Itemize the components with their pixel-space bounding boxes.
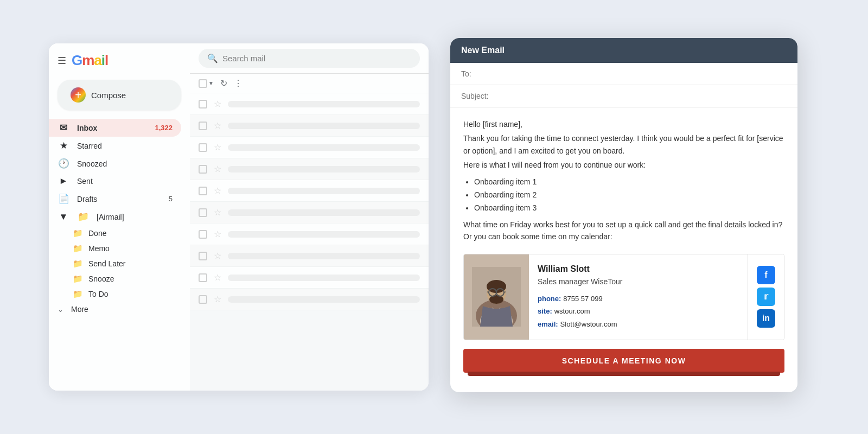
table-row[interactable]: ☆ bbox=[190, 115, 429, 137]
star-icon[interactable]: ☆ bbox=[214, 207, 221, 218]
more-options-icon[interactable]: ⋮ bbox=[234, 78, 242, 88]
email-preview bbox=[228, 123, 420, 129]
star-icon[interactable]: ☆ bbox=[214, 164, 221, 174]
refresh-icon[interactable]: ↻ bbox=[220, 78, 227, 88]
phone-label: phone: bbox=[538, 293, 561, 305]
gmail-header: ☰ Gmail bbox=[49, 52, 190, 80]
body-line2: Here is what I will need from you to con… bbox=[463, 159, 784, 171]
snoozed-label: Snoozed bbox=[77, 159, 107, 168]
more-chevron-icon: ⌄ bbox=[58, 305, 63, 314]
compose-button[interactable]: + Compose bbox=[58, 80, 181, 110]
svg-line-10 bbox=[504, 292, 506, 292]
sendlater-folder-icon: 📁 bbox=[73, 259, 83, 269]
email-preview bbox=[228, 144, 420, 151]
linkedin-button[interactable]: in bbox=[757, 309, 775, 328]
hamburger-icon[interactable]: ☰ bbox=[58, 55, 66, 67]
site-label: site: bbox=[538, 306, 552, 317]
email-preview bbox=[228, 296, 420, 303]
row-checkbox[interactable] bbox=[199, 252, 207, 260]
inbox-icon: ✉ bbox=[58, 122, 69, 133]
sig-phone: phone: 8755 57 099 bbox=[538, 293, 739, 305]
list-item: Onboarding item 1 bbox=[474, 176, 784, 188]
table-row[interactable]: ☆ bbox=[190, 289, 429, 310]
star-icon[interactable]: ☆ bbox=[214, 99, 221, 109]
star-icon[interactable]: ☆ bbox=[214, 272, 221, 283]
gmail-main: 🔍 ▼ ↻ ⋮ ☆ ☆ ☆ ☆ ☆ ☆ ☆ ☆ ☆ ☆ bbox=[190, 43, 429, 391]
table-row[interactable]: ☆ bbox=[190, 224, 429, 245]
row-checkbox[interactable] bbox=[199, 122, 207, 130]
select-dropdown-icon[interactable]: ▼ bbox=[208, 80, 214, 86]
sidebar-item-memo[interactable]: 📁 Memo bbox=[49, 241, 190, 256]
signature-photo bbox=[464, 254, 529, 340]
memo-folder-icon: 📁 bbox=[73, 244, 83, 253]
email-preview bbox=[228, 101, 420, 107]
sidebar-item-done[interactable]: 📁 Done bbox=[49, 226, 190, 241]
row-checkbox[interactable] bbox=[199, 187, 207, 195]
sidebar-item-sent[interactable]: ► Sent bbox=[49, 173, 181, 190]
compose-subject-field[interactable]: Subject: bbox=[450, 85, 797, 107]
table-row[interactable]: ☆ bbox=[190, 267, 429, 289]
list-item: Onboarding item 2 bbox=[474, 189, 784, 201]
email-preview bbox=[228, 209, 420, 216]
row-checkbox[interactable] bbox=[199, 208, 207, 217]
star-icon[interactable]: ☆ bbox=[214, 251, 221, 261]
star-icon[interactable]: ☆ bbox=[214, 142, 221, 152]
search-bar[interactable]: 🔍 bbox=[199, 49, 420, 68]
row-checkbox[interactable] bbox=[199, 143, 207, 152]
twitter-button[interactable]: 𝕣 bbox=[757, 288, 775, 306]
row-checkbox[interactable] bbox=[199, 273, 207, 282]
table-row[interactable]: ☆ bbox=[190, 93, 429, 115]
sidebar-section-airmail[interactable]: ▼ 📁 [Airmail] bbox=[49, 208, 181, 226]
sig-title: Sales manager WiseTour bbox=[538, 276, 739, 288]
to-label: To: bbox=[461, 69, 471, 78]
airmail-label: [Airmail] bbox=[97, 213, 124, 221]
table-row[interactable]: ☆ bbox=[190, 202, 429, 224]
todo-label: To Do bbox=[88, 290, 108, 298]
facebook-button[interactable]: f bbox=[757, 266, 775, 284]
row-checkbox[interactable] bbox=[199, 230, 207, 239]
select-all-checkbox[interactable] bbox=[199, 79, 207, 88]
star-icon[interactable]: ☆ bbox=[214, 120, 221, 131]
sig-name: William Slott bbox=[538, 262, 739, 276]
signature-block: William Slott Sales manager WiseTour pho… bbox=[463, 254, 784, 340]
select-all-container[interactable]: ▼ bbox=[199, 79, 214, 88]
body-greeting: Hello [first name], bbox=[463, 118, 784, 130]
row-checkbox[interactable] bbox=[199, 295, 207, 304]
sidebar-item-sendlater[interactable]: 📁 Send Later bbox=[49, 256, 190, 271]
table-row[interactable]: ☆ bbox=[190, 137, 429, 158]
gmail-logo: Gmail bbox=[72, 52, 108, 69]
table-row[interactable]: ☆ bbox=[190, 245, 429, 267]
inbox-count: 1,322 bbox=[155, 124, 173, 132]
more-toggle[interactable]: ⌄ More bbox=[49, 302, 190, 317]
sidebar-item-starred[interactable]: ★ Starred bbox=[49, 137, 181, 155]
sidebar-item-snoozed[interactable]: 🕐 Snoozed bbox=[49, 155, 181, 173]
gmail-sidebar: ☰ Gmail + Compose ✉ Inbox 1,322 ★ Starre… bbox=[49, 43, 190, 391]
schedule-meeting-button[interactable]: SCHEDULE A MEETING NOW bbox=[463, 349, 784, 373]
gmail-search-toolbar: 🔍 bbox=[190, 43, 429, 74]
star-icon[interactable]: ☆ bbox=[214, 229, 221, 239]
table-row[interactable]: ☆ bbox=[190, 180, 429, 202]
email-label: email: bbox=[538, 319, 558, 330]
signature-info: William Slott Sales manager WiseTour pho… bbox=[529, 254, 748, 340]
compose-to-field[interactable]: To: bbox=[450, 63, 797, 85]
compose-body: Hello [first name], Thank you for taking… bbox=[450, 107, 797, 392]
email-list-toolbar: ▼ ↻ ⋮ bbox=[190, 74, 429, 93]
sidebar-item-todo[interactable]: 📁 To Do bbox=[49, 286, 190, 302]
table-row[interactable]: ☆ bbox=[190, 158, 429, 180]
email-value: Slott@wstour.com bbox=[560, 319, 617, 330]
sig-email: email: Slott@wstour.com bbox=[538, 319, 739, 330]
email-preview bbox=[228, 231, 420, 238]
inbox-label: Inbox bbox=[77, 124, 97, 132]
sidebar-item-inbox[interactable]: ✉ Inbox 1,322 bbox=[49, 119, 181, 137]
compose-window-title: New Email bbox=[461, 46, 505, 55]
row-checkbox[interactable] bbox=[199, 100, 207, 108]
search-input[interactable] bbox=[222, 54, 411, 63]
sidebar-item-snooze[interactable]: 📁 Snooze bbox=[49, 271, 190, 286]
compose-plus-icon: + bbox=[71, 87, 86, 103]
sidebar-item-drafts[interactable]: 📄 Drafts 5 bbox=[49, 190, 181, 208]
star-icon[interactable]: ☆ bbox=[214, 294, 221, 304]
list-item: Onboarding item 3 bbox=[474, 202, 784, 214]
star-icon[interactable]: ☆ bbox=[214, 186, 221, 196]
row-checkbox[interactable] bbox=[199, 165, 207, 174]
phone-value: 8755 57 099 bbox=[563, 293, 602, 305]
